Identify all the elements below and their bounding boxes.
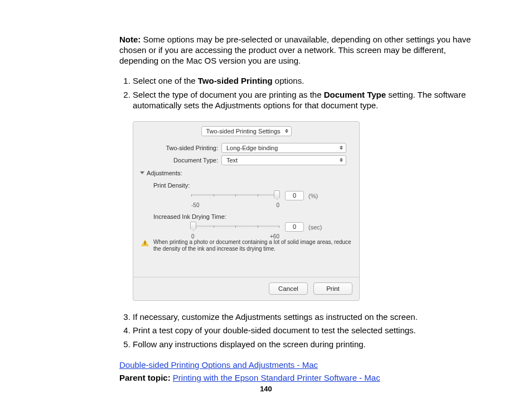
- step-2-pre: Select the type of document you are prin…: [133, 90, 324, 99]
- print-button-label: Print: [326, 285, 340, 292]
- pd-min-label: -50: [191, 202, 199, 208]
- step-1-pre: Select one of the: [133, 76, 198, 85]
- document-type-label: Document Type:: [133, 157, 221, 164]
- related-topic-link[interactable]: Double-sided Printing Options and Adjust…: [119, 360, 318, 370]
- step-3: If necessary, customize the Adjustments …: [133, 312, 476, 323]
- adjustments-label: Adjustments:: [147, 170, 182, 176]
- dialog-divider: [133, 277, 359, 277]
- updown-icon: [338, 157, 344, 164]
- parent-topic-label: Parent topic:: [119, 373, 171, 382]
- note-text: Some options may be pre-selected or unav…: [119, 35, 471, 65]
- step-2: Select the type of document you are prin…: [133, 90, 476, 111]
- document-type-select[interactable]: Text: [221, 155, 346, 165]
- print-density-value[interactable]: 0: [285, 191, 304, 200]
- warning-text: When printing a photo or document contai…: [153, 239, 351, 253]
- page-number: 140: [0, 385, 532, 393]
- parent-topic-link[interactable]: Printing with the Epson Standard Printer…: [173, 373, 380, 382]
- ink-drying-time-label: Increased Ink Drying Time:: [153, 213, 352, 220]
- pane-selector-label: Two-sided Printing Settings: [206, 128, 280, 135]
- warning-icon: [141, 239, 149, 246]
- disclosure-triangle-icon: [140, 171, 144, 174]
- updown-icon: [284, 128, 289, 135]
- cancel-button[interactable]: Cancel: [269, 282, 308, 295]
- step-2-bold: Document Type: [324, 90, 386, 99]
- cancel-button-label: Cancel: [278, 285, 298, 292]
- slider-track: [191, 226, 279, 227]
- step-4: Print a test copy of your double-sided d…: [133, 325, 476, 336]
- print-density-slider[interactable]: 0 (%) -50 0: [191, 190, 320, 211]
- dialog-figure: Two-sided Printing Settings Two-sided Pr…: [133, 121, 476, 301]
- step-1-post: options.: [273, 76, 304, 85]
- warning-row: When printing a photo or document contai…: [141, 239, 351, 253]
- step-1-bold: Two-sided Printing: [198, 76, 273, 85]
- slider-thumb[interactable]: [190, 222, 196, 229]
- slider-thumb[interactable]: [274, 190, 280, 198]
- updown-icon: [338, 145, 344, 151]
- two-sided-printing-label: Two-sided Printing:: [133, 145, 221, 151]
- pane-selector[interactable]: Two-sided Printing Settings: [201, 126, 292, 136]
- pd-max-label: 0: [276, 202, 279, 208]
- print-density-label: Print Density:: [153, 182, 352, 189]
- adjustments-section: Adjustments: Print Density: 0 (%) -50 0 …: [140, 170, 352, 242]
- document-type-value: Text: [226, 157, 238, 164]
- adjustments-disclosure[interactable]: Adjustments:: [140, 170, 352, 176]
- ink-drying-time-unit: (sec): [308, 224, 322, 231]
- slider-track: [191, 194, 279, 196]
- step-1: Select one of the Two-sided Printing opt…: [133, 76, 476, 87]
- two-sided-printing-value: Long-Edge binding: [226, 145, 278, 151]
- note-label: Note:: [119, 35, 141, 44]
- note-paragraph: Note: Some options may be pre-selected o…: [119, 35, 476, 66]
- print-density-unit: (%): [308, 193, 318, 199]
- ink-drying-time-value[interactable]: 0: [285, 222, 304, 232]
- steps-list-bottom: If necessary, customize the Adjustments …: [119, 312, 476, 350]
- step-5: Follow any instructions displayed on the…: [133, 339, 476, 350]
- steps-list-top: Select one of the Two-sided Printing opt…: [119, 76, 476, 111]
- two-sided-printing-select[interactable]: Long-Edge binding: [221, 143, 346, 153]
- print-button[interactable]: Print: [313, 282, 352, 295]
- print-dialog: Two-sided Printing Settings Two-sided Pr…: [133, 121, 360, 301]
